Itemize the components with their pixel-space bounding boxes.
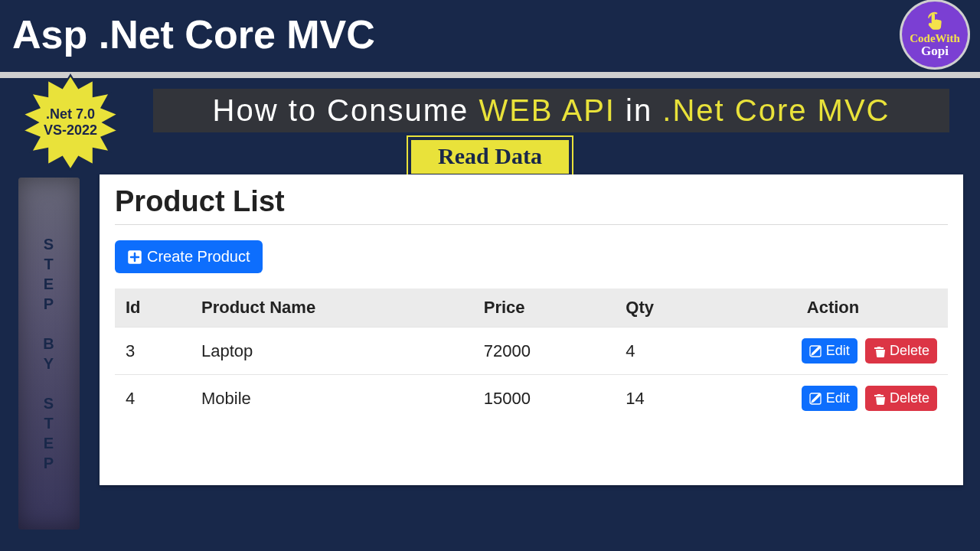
delete-button[interactable]: Delete xyxy=(865,338,937,364)
starburst-line2: VS-2022 xyxy=(44,122,97,139)
panel-divider xyxy=(115,224,948,225)
top-bar: Asp .Net Core MVC CodeWith Gopi xyxy=(0,0,980,78)
cell-action: Edit Delete xyxy=(718,375,948,422)
trash-icon xyxy=(873,345,885,357)
logo-line1: CodeWith xyxy=(910,33,960,44)
page-title: Asp .Net Core MVC xyxy=(12,11,375,57)
product-panel: Product List Create Product Id Product N… xyxy=(100,174,963,485)
cell-name: Laptop xyxy=(191,328,473,375)
version-starburst: .Net 7.0 VS-2022 xyxy=(21,73,119,171)
starburst-line1: .Net 7.0 xyxy=(44,106,97,122)
col-action: Action xyxy=(718,289,948,328)
col-price: Price xyxy=(473,289,616,328)
delete-label: Delete xyxy=(890,390,929,406)
cell-action: Edit Delete xyxy=(718,328,948,375)
table-row: 3 Laptop 72000 4 Edit Delete xyxy=(115,328,948,375)
channel-logo: CodeWith Gopi xyxy=(902,2,968,67)
delete-button[interactable]: Delete xyxy=(865,386,937,411)
edit-icon xyxy=(809,393,822,405)
create-product-button[interactable]: Create Product xyxy=(115,240,263,273)
col-name: Product Name xyxy=(191,289,473,328)
plus-square-icon xyxy=(127,249,142,265)
cell-qty: 4 xyxy=(615,328,718,375)
delete-label: Delete xyxy=(890,343,929,359)
read-data-badge: Read Data xyxy=(408,137,572,177)
cell-price: 72000 xyxy=(473,328,616,375)
subtitle-seg4: .Net Core MVC xyxy=(662,93,890,127)
edit-button[interactable]: Edit xyxy=(802,386,858,411)
step-by-step-strip: S T E P B Y S T E P xyxy=(18,178,80,530)
edit-label: Edit xyxy=(826,343,850,359)
col-qty: Qty xyxy=(615,289,718,328)
tap-icon xyxy=(925,11,945,31)
cell-name: Mobile xyxy=(191,375,473,422)
cell-id: 4 xyxy=(115,375,191,422)
table-row: 4 Mobile 15000 14 Edit Delet xyxy=(115,375,948,422)
cell-qty: 14 xyxy=(615,375,718,422)
create-product-label: Create Product xyxy=(147,248,250,266)
cell-price: 15000 xyxy=(473,375,616,422)
subtitle-seg1: How to Consume xyxy=(213,93,479,127)
col-id: Id xyxy=(115,289,191,328)
table-header-row: Id Product Name Price Qty Action xyxy=(115,289,948,328)
edit-label: Edit xyxy=(826,390,850,406)
panel-heading: Product List xyxy=(115,185,948,218)
subtitle-seg2: WEB API xyxy=(479,93,616,127)
edit-icon xyxy=(809,345,822,357)
trash-icon xyxy=(873,393,885,405)
subtitle-bar: How to Consume WEB API in .Net Core MVC xyxy=(153,89,949,132)
logo-line2: Gopi xyxy=(921,44,949,57)
step-by-step-text: S T E P B Y S T E P xyxy=(43,234,54,473)
product-table: Id Product Name Price Qty Action 3 Lapto… xyxy=(115,289,948,422)
subtitle-seg3: in xyxy=(616,93,662,127)
cell-id: 3 xyxy=(115,328,191,375)
edit-button[interactable]: Edit xyxy=(802,338,858,364)
